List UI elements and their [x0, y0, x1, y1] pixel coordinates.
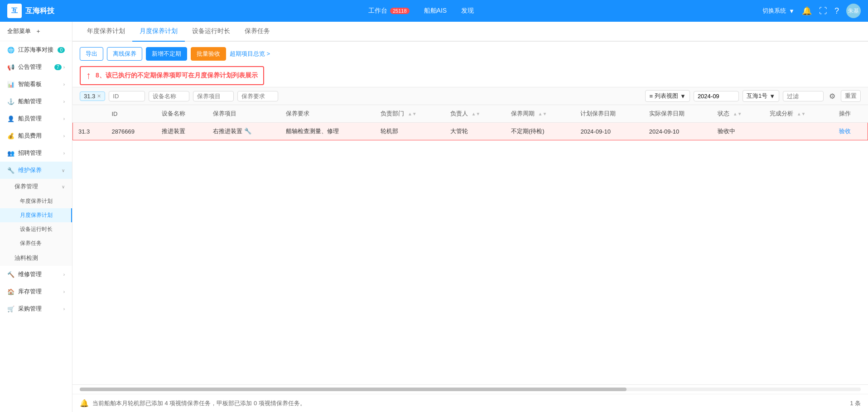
- filter-no-close[interactable]: ✕: [97, 93, 101, 99]
- sidebar-item-maintenance[interactable]: 🔧 维护保养 ∨: [0, 162, 72, 179]
- th-status: 状态 ▲▼: [712, 105, 764, 123]
- table-header-row: ID 设备名称 保养项目 保养要求 负责部门 ▲▼ 负责人 ▲▼: [73, 105, 868, 123]
- purchase-icon: 🛒: [7, 306, 14, 312]
- table-head: ID 设备名称 保养项目 保养要求 负责部门 ▲▼ 负责人 ▲▼: [73, 105, 868, 123]
- repair-label: 维修管理: [18, 270, 42, 278]
- tab-device[interactable]: 设备运行时长: [185, 22, 237, 42]
- date-filter-input[interactable]: [694, 91, 739, 101]
- avatar[interactable]: 朱基: [846, 4, 861, 18]
- tab-monthly[interactable]: 月度保养计划: [132, 22, 185, 42]
- nav-item-ais[interactable]: 船舶AIS: [424, 7, 447, 15]
- recruit-label: 招聘管理: [18, 149, 42, 157]
- notice-icon: 📢: [7, 64, 14, 71]
- crew-chevron: ›: [63, 116, 65, 121]
- device-filter-input[interactable]: [149, 91, 189, 101]
- sidebar-sub-maintain-mgmt[interactable]: 保养管理 ∨: [0, 179, 72, 194]
- sidebar-item-purchase[interactable]: 🛒 采购管理 ›: [0, 300, 72, 317]
- th-actual-date: 实际保养日期: [644, 105, 712, 123]
- th-cycle: 保养周期 ▲▼: [506, 105, 575, 123]
- requirement-filter-input[interactable]: [237, 91, 278, 101]
- dept-sort-icon[interactable]: ▲▼: [408, 111, 417, 116]
- add-irregular-button[interactable]: 新增不定期: [146, 47, 187, 61]
- crew-fee-icon: 💰: [7, 133, 14, 139]
- cell-item: 右推进装置 🔧: [207, 123, 280, 140]
- analysis-sort-icon[interactable]: ▲▼: [797, 111, 806, 116]
- switch-system-btn[interactable]: 切换系统 ▼: [762, 7, 795, 15]
- annotation-arrow-icon: ↑: [86, 70, 91, 81]
- person-sort-icon[interactable]: ▲▼: [471, 111, 480, 116]
- sidebar-sub-annual-plan[interactable]: 年度保养计划: [0, 194, 72, 208]
- cell-cycle: 不定期(待检): [506, 123, 575, 140]
- footer: 🔔 当前船舶本月轮机部已添加 4 项视情保养任务，甲板部已添加 0 项视情保养任…: [72, 394, 868, 412]
- notice-chevron: ›: [63, 65, 65, 70]
- filter-funnel-icon[interactable]: ⚙: [827, 91, 837, 101]
- annotation-container: ↑ 8、该已执行的不定期保养项即可在月度保养计划列表展示: [80, 66, 861, 85]
- sidebar-item-crew-fee[interactable]: 💰 船员费用 ›: [0, 127, 72, 144]
- main-layout: 全部菜单 ＋ 🌐 江苏海事对接 0 📢 公告管理 7 › 📊: [0, 22, 868, 412]
- overdue-link[interactable]: 超期项目总览 >: [230, 50, 270, 58]
- th-no: [73, 105, 106, 123]
- cell-plan-date: 2024-09-10: [575, 123, 643, 140]
- sidebar: 全部菜单 ＋ 🌐 江苏海事对接 0 📢 公告管理 7 › 📊: [0, 22, 72, 412]
- scroll-track[interactable]: [80, 388, 861, 391]
- tab-task[interactable]: 保养任务: [237, 22, 277, 42]
- add-menu-icon[interactable]: ＋: [35, 27, 41, 35]
- ship-label: 船舶管理: [18, 97, 42, 105]
- help-icon[interactable]: ?: [834, 6, 839, 16]
- offline-maintain-button[interactable]: 离线保养: [107, 47, 142, 61]
- jiangsu-icon: 🌐: [7, 47, 14, 53]
- sidebar-item-notice[interactable]: 📢 公告管理 7 ›: [0, 58, 72, 76]
- crew-fee-label: 船员费用: [18, 132, 42, 140]
- crew-label: 船员管理: [18, 115, 42, 123]
- scroll-bar-area: [72, 384, 868, 394]
- sidebar-item-dashboard[interactable]: 📊 智能看板 ›: [0, 76, 72, 93]
- sidebar-item-repair[interactable]: 🔨 维修管理 ›: [0, 266, 72, 283]
- sidebar-item-jiangsu[interactable]: 🌐 江苏海事对接 0: [0, 41, 72, 58]
- export-button[interactable]: 导出: [80, 47, 103, 61]
- sidebar-sub-monthly-plan[interactable]: 月度保养计划: [0, 208, 72, 222]
- cycle-sort-icon[interactable]: ▲▼: [538, 111, 547, 116]
- nav-item-discover[interactable]: 发现: [461, 7, 474, 15]
- info-icon: 🔔: [80, 399, 89, 407]
- sidebar-sub-oil-check[interactable]: 油料检测: [0, 250, 72, 266]
- nav-item-workbench[interactable]: 工作台 25118: [368, 7, 410, 15]
- notification-icon[interactable]: 🔔: [802, 6, 812, 16]
- recruit-chevron: ›: [63, 151, 65, 156]
- cell-person: 大管轮: [445, 123, 506, 140]
- dashboard-label: 智能看板: [18, 80, 42, 88]
- id-filter-input[interactable]: [109, 91, 145, 101]
- keyword-filter-input[interactable]: [783, 91, 824, 101]
- th-requirement: 保养要求: [280, 105, 375, 123]
- th-device: 设备名称: [156, 105, 207, 123]
- notice-label: 公告管理: [18, 63, 42, 71]
- accept-link[interactable]: 验收: [839, 128, 851, 134]
- annotation-box: ↑ 8、该已执行的不定期保养项即可在月度保养计划列表展示: [80, 66, 264, 85]
- ship-select[interactable]: 互海1号 ▼: [743, 90, 779, 102]
- view-mode-label: 列表视图: [655, 92, 678, 100]
- top-nav: 互 互海科技 工作台 25118 船舶AIS 发现 切换系统 ▼ 🔔 ⛶ ? 朱…: [0, 0, 868, 22]
- crew-icon: 👤: [7, 115, 14, 122]
- jiangsu-badge: 0: [58, 47, 65, 53]
- logo-text: 互海科技: [25, 6, 54, 16]
- scroll-thumb[interactable]: [80, 388, 627, 391]
- sidebar-sub-device-runtime[interactable]: 设备运行时长: [0, 222, 72, 236]
- sidebar-item-ship[interactable]: ⚓ 船舶管理 ›: [0, 93, 72, 110]
- cell-dept: 轮机部: [375, 123, 444, 140]
- tab-annual[interactable]: 年度保养计划: [80, 22, 132, 42]
- item-filter-input[interactable]: [193, 91, 234, 101]
- status-sort-icon[interactable]: ▲▼: [733, 111, 742, 116]
- filter-tag-no: 31.3 ✕: [80, 91, 105, 101]
- sidebar-item-crew[interactable]: 👤 船员管理 ›: [0, 110, 72, 127]
- sidebar-header: 全部菜单 ＋: [0, 22, 72, 41]
- batch-accept-button[interactable]: 批量验收: [191, 47, 226, 61]
- reset-button[interactable]: 重置: [841, 90, 861, 102]
- cell-device: 推进装置: [156, 123, 207, 140]
- fullscreen-icon[interactable]: ⛶: [819, 6, 827, 16]
- sidebar-item-recruit[interactable]: 👥 招聘管理 ›: [0, 144, 72, 162]
- list-icon: ≡: [649, 93, 653, 100]
- filter-bar: 31.3 ✕ ≡ 列表视图 ▼ 互海1号 ▼ ⚙ 重置: [72, 87, 868, 105]
- sidebar-sub-maintain-task[interactable]: 保养任务: [0, 236, 72, 250]
- view-mode-select[interactable]: ≡ 列表视图 ▼: [645, 90, 690, 102]
- footer-info-text: 当前船舶本月轮机部已添加 4 项视情保养任务，甲板部已添加 0 项视情保养任务。: [92, 399, 306, 407]
- sidebar-item-storage[interactable]: 🏠 库存管理 ›: [0, 283, 72, 300]
